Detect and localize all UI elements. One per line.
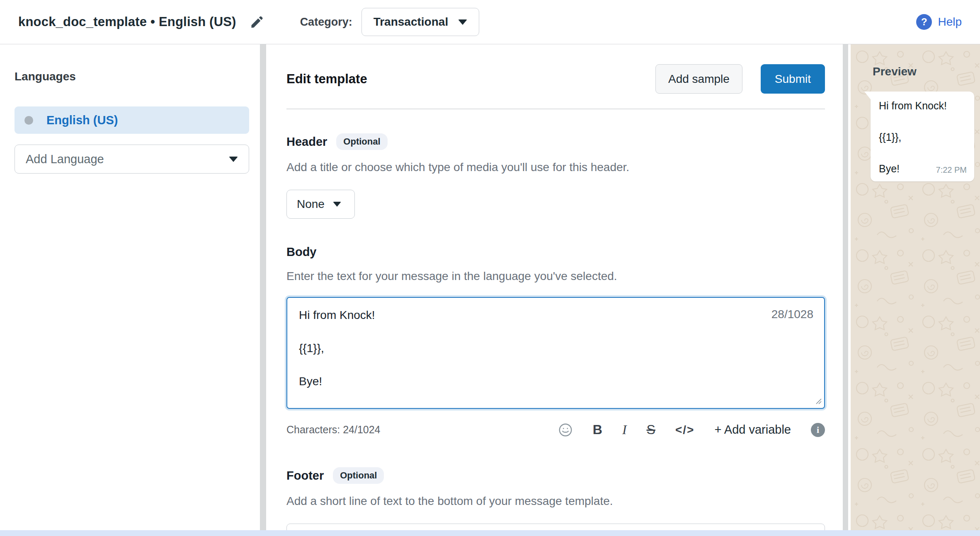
editor-title: Edit template — [286, 72, 367, 87]
body-text: Hi from Knock! {{1}}, Bye! — [287, 298, 824, 399]
header-type-dropdown[interactable]: None — [286, 190, 355, 219]
language-status-dot — [24, 116, 33, 125]
edit-template-panel: Edit template Add sample Submit Header O… — [266, 44, 843, 536]
language-label: English (US) — [46, 113, 118, 127]
top-bar-right: ? Help — [916, 14, 962, 30]
footer-section-title: Footer — [286, 469, 324, 483]
strikethrough-icon[interactable]: S — [647, 422, 655, 437]
sidebar-scrollbar[interactable] — [260, 44, 266, 536]
add-variable-button[interactable]: + Add variable — [714, 423, 791, 437]
category-value: Transactional — [374, 15, 449, 29]
help-icon[interactable]: ? — [916, 14, 932, 30]
page-title: knock_doc_template • English (US) — [18, 14, 236, 29]
category-label: Category: — [300, 16, 352, 29]
formatting-toolbar: B I S </> + Add variable i — [558, 422, 825, 437]
add-language-dropdown[interactable]: Add Language — [15, 145, 249, 174]
body-toolbar-row: Characters: 24/1024 B I S </> + A — [286, 422, 825, 437]
message-timestamp: 7:22 PM — [936, 165, 967, 175]
bold-icon[interactable]: B — [593, 422, 602, 437]
italic-icon[interactable]: I — [622, 422, 627, 437]
editor-header: Edit template Add sample Submit — [286, 64, 825, 94]
category-group: Category: Transactional — [300, 8, 480, 36]
message-bubble: Hi from Knock! {{1}}, Bye! 7:22 PM — [871, 92, 974, 181]
footer-section-description: Add a short line of text to the bottom o… — [286, 495, 825, 508]
chevron-down-icon — [333, 202, 341, 207]
preview-panel: Preview Hi from Knock! {{1}}, Bye! 7:22 … — [851, 44, 980, 536]
bubble-tail — [864, 92, 871, 100]
edit-title-button[interactable] — [250, 14, 264, 29]
bottom-strip — [0, 530, 980, 536]
header-type-value: None — [297, 198, 325, 211]
chevron-down-icon — [458, 19, 467, 25]
add-sample-button[interactable]: Add sample — [655, 64, 742, 94]
characters-label: Characters: 24/1024 — [286, 424, 381, 436]
sidebar-item-english-us[interactable]: English (US) — [15, 106, 249, 134]
bubble-line: {{1}}, — [879, 131, 967, 143]
content-area: Languages English (US) Add Language Edit… — [0, 44, 980, 536]
body-section-title: Body — [286, 245, 317, 259]
body-section: Body Enter the text for your message in … — [286, 245, 825, 437]
languages-heading: Languages — [15, 70, 249, 83]
body-character-counter: 28/1028 — [771, 308, 813, 321]
resize-handle-icon[interactable] — [815, 397, 822, 406]
add-language-placeholder: Add Language — [26, 152, 104, 166]
pencil-icon — [250, 14, 264, 29]
chevron-down-icon — [229, 157, 238, 162]
optional-badge: Optional — [333, 467, 384, 484]
main-scrollbar[interactable] — [843, 44, 848, 536]
top-bar: knock_doc_template • English (US) Catego… — [0, 0, 980, 44]
code-icon[interactable]: </> — [675, 423, 694, 437]
emoji-icon[interactable] — [558, 423, 573, 437]
header-section: Header Optional Add a title or choose wh… — [286, 133, 825, 219]
bubble-line: Bye! — [879, 163, 900, 175]
optional-badge: Optional — [336, 133, 387, 150]
header-section-description: Add a title or choose which type of medi… — [286, 161, 825, 174]
help-link[interactable]: Help — [938, 15, 962, 29]
category-dropdown[interactable]: Transactional — [361, 8, 480, 36]
preview-heading: Preview — [873, 65, 980, 78]
footer-section: Footer Optional Add a short line of text… — [286, 467, 825, 536]
header-section-title: Header — [286, 135, 327, 149]
bubble-line: Hi from Knock! — [879, 100, 967, 112]
submit-button[interactable]: Submit — [761, 64, 825, 94]
languages-sidebar: Languages English (US) Add Language — [0, 44, 260, 536]
preview-inner: Preview Hi from Knock! {{1}}, Bye! 7:22 … — [851, 44, 980, 181]
body-section-description: Enter the text for your message in the l… — [286, 270, 825, 283]
info-icon[interactable]: i — [811, 423, 825, 437]
section-divider — [286, 109, 825, 109]
body-textarea[interactable]: Hi from Knock! {{1}}, Bye! 28/1028 — [286, 297, 825, 409]
